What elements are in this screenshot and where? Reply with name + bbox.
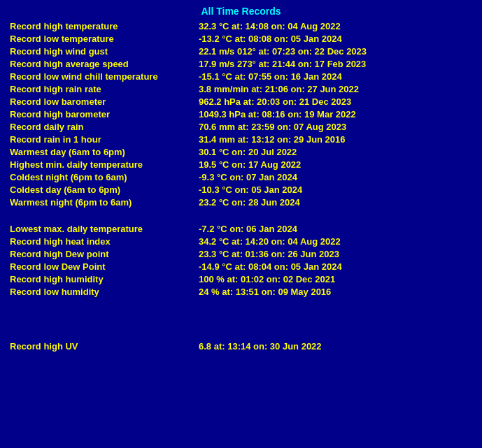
record-label: Record high heat index: [8, 235, 197, 247]
record-label: Record low wind chill temperature: [8, 70, 197, 82]
record-value: 32.3 °C at: 14:08 on: 04 Aug 2022: [197, 20, 474, 32]
table-row: Record high wind gust22.1 m/s 012° at: 0…: [8, 45, 474, 57]
table-row: Record high barometer1049.3 hPa at: 08:1…: [8, 108, 474, 120]
record-label: Record high UV: [8, 340, 197, 352]
record-value: -10.3 °C on: 05 Jan 2024: [197, 183, 474, 196]
table-row: Record low humidity24 % at: 13:51 on: 09…: [8, 285, 474, 298]
record-value: 22.1 m/s 012° at: 07:23 on: 22 Dec 2023: [197, 45, 474, 57]
record-label: Record daily rain: [8, 120, 197, 133]
record-value: -9.3 °C on: 07 Jan 2024: [197, 171, 474, 183]
table-row: Warmest night (6pm to 6am)23.2 °C on: 28…: [8, 196, 474, 208]
record-value: 3.8 mm/min at: 21:06 on: 27 Jun 2022: [197, 82, 474, 95]
table-row: Coldest night (6pm to 6am)-9.3 °C on: 07…: [8, 171, 474, 183]
record-value: 6.8 at: 13:14 on: 30 Jun 2022: [197, 340, 474, 352]
table-row: Record high rain rate3.8 mm/min at: 21:0…: [8, 82, 474, 95]
table-row: Record high Dew point23.3 °C at: 01:36 o…: [8, 247, 474, 260]
record-label: Record low Dew Point: [8, 260, 197, 273]
record-value: 34.2 °C at: 14:20 on: 04 Aug 2022: [197, 235, 474, 247]
records-table-2: Lowest max. daily temperature-7.2 °C on:…: [8, 222, 474, 298]
record-value: 30.1 °C on: 20 Jul 2022: [197, 145, 474, 158]
table-row: Warmest day (6am to 6pm)30.1 °C on: 20 J…: [8, 145, 474, 158]
records-table-3: Record high UV6.8 at: 13:14 on: 30 Jun 2…: [8, 340, 474, 352]
record-value: 100 % at: 01:02 on: 02 Dec 2021: [197, 273, 474, 285]
table-row: Highest min. daily temperature19.5 °C on…: [8, 158, 474, 171]
table-row: Record low barometer962.2 hPa at: 20:03 …: [8, 95, 474, 108]
record-label: Warmest day (6am to 6pm): [8, 145, 197, 158]
record-label: Coldest day (6am to 6pm): [8, 183, 197, 196]
table-row: Lowest max. daily temperature-7.2 °C on:…: [8, 222, 474, 235]
table-row: Record low Dew Point-14.9 °C at: 08:04 o…: [8, 260, 474, 273]
record-value: 962.2 hPa at: 20:03 on: 21 Dec 2023: [197, 95, 474, 108]
page-title: All Time Records: [8, 6, 474, 17]
table-row: Record high UV6.8 at: 13:14 on: 30 Jun 2…: [8, 340, 474, 352]
table-row: Record low wind chill temperature-15.1 °…: [8, 70, 474, 82]
table-row: Coldest day (6am to 6pm)-10.3 °C on: 05 …: [8, 183, 474, 196]
table-row: Record low temperature-13.2 °C at: 08:08…: [8, 32, 474, 45]
record-label: Warmest night (6pm to 6am): [8, 196, 197, 208]
record-value: 23.2 °C on: 28 Jun 2024: [197, 196, 474, 208]
record-label: Record high humidity: [8, 273, 197, 285]
record-value: -15.1 °C at: 07:55 on: 16 Jan 2024: [197, 70, 474, 82]
record-label: Record low humidity: [8, 285, 197, 298]
record-value: 17.9 m/s 273° at: 21:44 on: 17 Feb 2023: [197, 57, 474, 70]
record-label: Record high barometer: [8, 108, 197, 120]
record-value: -13.2 °C at: 08:08 on: 05 Jan 2024: [197, 32, 474, 45]
record-label: Record high rain rate: [8, 82, 197, 95]
record-value: -14.9 °C at: 08:04 on: 05 Jan 2024: [197, 260, 474, 273]
record-label: Record rain in 1 hour: [8, 133, 197, 145]
record-label: Record high average speed: [8, 57, 197, 70]
record-label: Lowest max. daily temperature: [8, 222, 197, 235]
record-label: Record high temperature: [8, 20, 197, 32]
table-row: Record high humidity100 % at: 01:02 on: …: [8, 273, 474, 285]
record-label: Highest min. daily temperature: [8, 158, 197, 171]
record-label: Record low barometer: [8, 95, 197, 108]
table-row: Record high average speed17.9 m/s 273° a…: [8, 57, 474, 70]
record-value: 31.4 mm at: 13:12 on: 29 Jun 2016: [197, 133, 474, 145]
record-value: -7.2 °C on: 06 Jan 2024: [197, 222, 474, 235]
record-value: 23.3 °C at: 01:36 on: 26 Jun 2023: [197, 247, 474, 260]
table-row: Record daily rain70.6 mm at: 23:59 on: 0…: [8, 120, 474, 133]
record-label: Record high Dew point: [8, 247, 197, 260]
record-value: 1049.3 hPa at: 08:16 on: 19 Mar 2022: [197, 108, 474, 120]
table-row: Record rain in 1 hour31.4 mm at: 13:12 o…: [8, 133, 474, 145]
table-row: Record high temperature32.3 °C at: 14:08…: [8, 20, 474, 32]
table-row: Record high heat index34.2 °C at: 14:20 …: [8, 235, 474, 247]
record-value: 19.5 °C on: 17 Aug 2022: [197, 158, 474, 171]
record-label: Record low temperature: [8, 32, 197, 45]
record-label: Coldest night (6pm to 6am): [8, 171, 197, 183]
record-label: Record high wind gust: [8, 45, 197, 57]
record-value: 70.6 mm at: 23:59 on: 07 Aug 2023: [197, 120, 474, 133]
records-table-1: Record high temperature32.3 °C at: 14:08…: [8, 20, 474, 208]
record-value: 24 % at: 13:51 on: 09 May 2016: [197, 285, 474, 298]
